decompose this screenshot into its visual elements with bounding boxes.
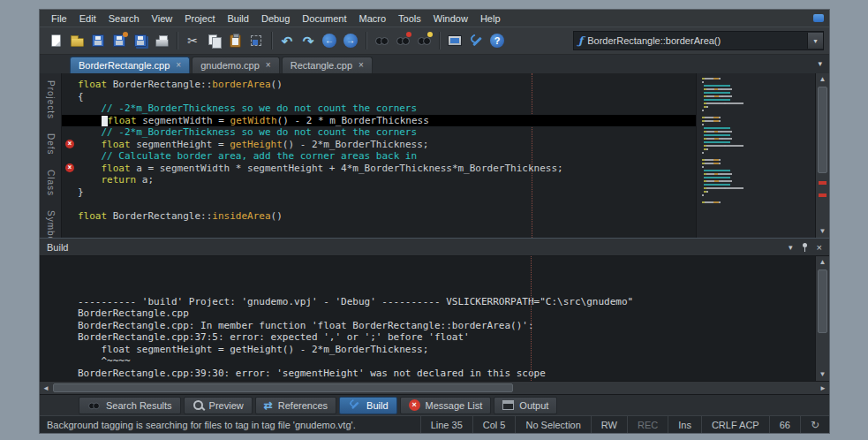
code-row[interactable]: // -2*m_BorderThickness so we do not cou…: [62, 102, 696, 115]
build-output-line[interactable]: BorderRectangle.cpp: [78, 307, 815, 320]
find-in-files-button[interactable]: [413, 30, 434, 51]
menu-item-help[interactable]: Help: [474, 11, 507, 26]
code-row[interactable]: × float a = segmentWidth * segmentHeight…: [62, 163, 696, 175]
build-hscrollbar[interactable]: ◄ ►: [40, 381, 829, 394]
save-as-button[interactable]: [109, 30, 130, 51]
code-row[interactable]: float BorderRectangle::insideArea(): [62, 210, 696, 223]
save-button[interactable]: [87, 30, 109, 51]
code-row[interactable]: // Calculate border area, add the corner…: [62, 150, 696, 163]
build-output[interactable]: ---------- 'build' Project: 'gnudemo.vpj…: [40, 256, 815, 381]
gutter-cell: [62, 174, 78, 186]
function-combo-arrow-icon[interactable]: ▾: [807, 33, 823, 49]
function-combo[interactable]: ƒ BorderRectangle::borderArea() ▾: [573, 31, 824, 50]
open-file-button[interactable]: [66, 30, 87, 51]
status-field-col-5[interactable]: Col 5: [472, 416, 516, 433]
tab-gnudemo.cpp[interactable]: gnudemo.cpp×: [192, 57, 280, 73]
back-button[interactable]: ←: [319, 30, 340, 51]
scroll-up-icon[interactable]: ▲: [816, 256, 829, 269]
scroll-down-icon[interactable]: ▼: [816, 225, 829, 238]
build-scrollbar-thumb[interactable]: [818, 269, 827, 333]
tool-tab-search-results[interactable]: Search Results: [79, 397, 181, 414]
code-row[interactable]: × float segmentHeight = getHeight() - 2*…: [62, 139, 696, 151]
copy-button[interactable]: [203, 30, 224, 51]
status-field-rw[interactable]: RW: [591, 416, 627, 433]
help-button[interactable]: ?: [487, 30, 508, 51]
code-row[interactable]: return a;: [62, 174, 696, 186]
build-output-line[interactable]: BorderRectangle.cpp: In member function …: [78, 320, 815, 332]
mag-icon: [192, 399, 204, 411]
build-hscrollbar-thumb[interactable]: [53, 383, 513, 392]
menu-item-search[interactable]: Search: [102, 11, 146, 26]
code-row[interactable]: {: [62, 91, 696, 103]
tab-Rectangle.cpp[interactable]: Rectangle.cpp×: [282, 57, 373, 73]
tab-list-arrow-icon[interactable]: ▾: [818, 59, 822, 68]
build-output-line[interactable]: float segmentHeight = getHeight() - 2*m_…: [78, 344, 815, 356]
menu-item-debug[interactable]: Debug: [255, 11, 296, 26]
scroll-up-icon[interactable]: ▲: [816, 73, 829, 86]
status-field-ins[interactable]: Ins: [668, 416, 701, 433]
panel-close-icon[interactable]: ×: [817, 242, 822, 253]
cut-button[interactable]: ✂: [182, 30, 203, 51]
panel-menu-icon[interactable]: ▾: [789, 242, 793, 253]
tab-close-icon[interactable]: ×: [176, 61, 181, 70]
status-field-line-35[interactable]: Line 35: [420, 416, 472, 433]
forward-button[interactable]: →: [340, 30, 361, 51]
build-output-line[interactable]: ---------- 'build' Project: 'gnudemo.vpj…: [78, 296, 815, 308]
pin-icon[interactable]: [801, 242, 809, 253]
status-field-crlf-acp[interactable]: CRLF ACP: [701, 416, 769, 433]
build-output-line[interactable]: BorderRectangle.cpp:39:30: error: 'segme…: [78, 368, 815, 380]
minimap[interactable]: [696, 73, 815, 238]
tool-tab-build[interactable]: Build: [339, 397, 396, 414]
new-file-button[interactable]: [45, 30, 66, 51]
main-area: ProjectsDefsClassSymbols float BorderRec…: [40, 73, 829, 238]
tool-tab-references[interactable]: ⇄References: [255, 397, 336, 414]
build-output-line[interactable]: ^~~~~: [78, 355, 815, 368]
status-field-rec[interactable]: REC: [627, 416, 668, 433]
display-options-button[interactable]: [444, 30, 465, 51]
paste-button[interactable]: [224, 30, 245, 51]
menu-item-tools[interactable]: Tools: [392, 11, 427, 26]
select-block-button[interactable]: [245, 30, 267, 51]
tab-close-icon[interactable]: ×: [359, 61, 364, 70]
build-scrollbar[interactable]: ▲ ▼: [815, 256, 829, 381]
code-editor[interactable]: float BorderRectangle::borderArea(){ // …: [62, 73, 696, 238]
scroll-down-icon[interactable]: ▼: [816, 368, 829, 381]
menu-item-macro[interactable]: Macro: [353, 11, 393, 26]
scroll-right-icon[interactable]: ►: [817, 384, 829, 392]
menu-item-project[interactable]: Project: [178, 11, 221, 26]
editor-scrollbar[interactable]: ▲ ▼: [815, 73, 829, 238]
tool-tab-output[interactable]: Output: [494, 397, 557, 414]
menu-item-file[interactable]: File: [45, 11, 73, 26]
menu-item-view[interactable]: View: [146, 11, 179, 26]
code-row[interactable]: [62, 198, 696, 210]
build-output-line[interactable]: BorderRectangle.cpp:37:5: error: expecte…: [78, 331, 815, 344]
code-row[interactable]: float segmentWidth = getWidth() - 2 * m_…: [62, 115, 696, 127]
code-row[interactable]: // -2*m_BorderThickness so we do not cou…: [62, 126, 696, 139]
undo-button[interactable]: ↶: [276, 30, 298, 51]
tool-tab-message-list[interactable]: ×Message List: [400, 397, 492, 414]
editor-scrollbar-thumb[interactable]: [818, 87, 827, 173]
sidebar-tab-class[interactable]: Class: [46, 170, 56, 196]
menu-item-edit[interactable]: Edit: [73, 11, 102, 26]
save-all-button[interactable]: [130, 30, 151, 51]
sidebar-tab-defs[interactable]: Defs: [46, 133, 56, 156]
menu-item-document[interactable]: Document: [296, 11, 352, 26]
tool-tab-preview[interactable]: Preview: [184, 397, 253, 414]
sidebar-tab-projects[interactable]: Projects: [46, 80, 56, 119]
status-field-66[interactable]: 66: [769, 416, 800, 433]
redo-button[interactable]: ↷: [298, 30, 319, 51]
tab-close-icon[interactable]: ×: [266, 61, 271, 70]
find-next-button[interactable]: [392, 30, 413, 51]
status-sync-cell[interactable]: ↻: [800, 416, 829, 433]
status-field-no-selection[interactable]: No Selection: [515, 416, 590, 433]
error-marker-icon: ×: [65, 140, 74, 148]
find-button[interactable]: [371, 30, 392, 51]
tab-BorderRectangle.cpp[interactable]: BorderRectangle.cpp×: [70, 57, 190, 73]
scroll-left-icon[interactable]: ◄: [40, 384, 52, 392]
menu-item-window[interactable]: Window: [427, 11, 474, 26]
menu-item-build[interactable]: Build: [221, 11, 254, 26]
code-row[interactable]: float BorderRectangle::borderArea(): [62, 79, 696, 91]
code-row[interactable]: }: [62, 186, 696, 199]
options-button[interactable]: [465, 30, 487, 51]
print-button[interactable]: [151, 30, 172, 51]
